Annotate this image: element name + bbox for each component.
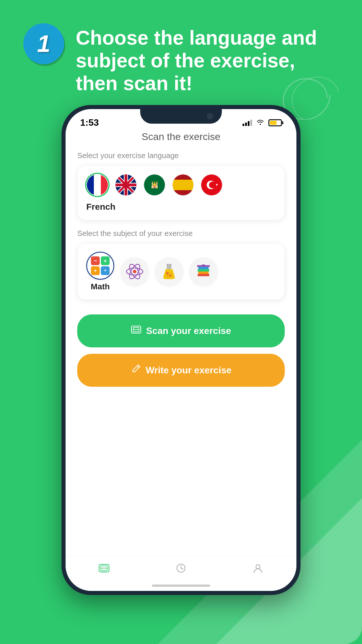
subject-circle-chemistry [155,258,183,286]
subject-row: − × + ÷ Math [86,252,276,291]
nav-item-scan[interactable] [99,563,110,576]
physics-icon [126,263,143,280]
scan-button[interactable]: Scan your exercise [77,314,285,347]
literature-icon [195,263,212,280]
language-section-label: Select your exercise language [77,151,285,160]
nav-item-profile[interactable] [252,563,263,576]
write-button[interactable]: Write your exercise [77,354,285,387]
app-content: Scan the exercise Select your exercise l… [66,131,296,398]
battery-icon [268,119,282,126]
scan-button-label: Scan your exercise [146,326,231,336]
svg-text:🕌: 🕌 [151,181,159,189]
nav-item-history[interactable] [175,563,187,576]
svg-point-35 [169,275,171,276]
phone-wrapper: 1:53 [61,105,301,595]
subject-circle-physics [121,258,149,286]
home-indicator [152,584,210,587]
write-icon [131,364,141,377]
flag-row: 🕌 [86,174,276,196]
svg-text:÷: ÷ [104,268,107,274]
nav-scan-icon [99,563,110,576]
flag-french[interactable] [86,174,108,196]
flag-arabic[interactable]: 🕌 [143,174,166,196]
subject-item-literature[interactable] [189,258,217,286]
camera-dot [207,113,213,120]
svg-point-31 [133,270,136,273]
phone-notch [140,109,222,124]
battery-fill [270,121,277,125]
svg-rect-40 [198,269,209,272]
svg-point-52 [256,565,260,569]
subject-circle-math: − × + ÷ [86,252,114,280]
svg-rect-12 [173,174,194,180]
flag-english[interactable] [115,174,137,196]
subject-item-physics[interactable] [121,258,149,286]
language-card: 🕌 [77,165,285,220]
step-number: 1 [37,30,50,57]
nav-history-icon [175,563,187,576]
chemistry-icon [160,263,178,280]
signal-bars [242,120,252,126]
subject-card: − × + ÷ Math [77,243,285,300]
svg-point-34 [166,272,168,274]
phone-outer: 1:53 [61,105,301,595]
selected-language-name: French [86,202,115,211]
svg-rect-39 [198,272,209,274]
math-icon: − × + ÷ [91,256,110,275]
subject-circle-literature [189,258,217,286]
subject-item-chemistry[interactable] [155,258,183,286]
subject-name-math: Math [91,282,110,291]
step-section: 1 Choose the language and subject of the… [23,23,339,95]
status-time: 1:53 [80,117,99,128]
flag-spanish[interactable] [172,174,194,196]
flag-turkish[interactable] [201,174,223,196]
status-right [242,118,282,127]
svg-text:−: − [94,258,97,264]
svg-rect-13 [173,180,194,190]
write-button-label: Write your exercise [146,365,232,376]
subject-item-math[interactable]: − × + ÷ Math [86,252,114,291]
svg-text:+: + [94,268,97,274]
screen-title: Scan the exercise [77,131,285,142]
phone-screen: 1:53 [66,109,296,591]
wifi-icon [256,118,264,127]
svg-rect-41 [198,267,209,269]
step-badge: 1 [23,23,64,64]
svg-rect-14 [173,190,194,195]
svg-text:×: × [104,258,107,264]
subject-section-label: Select the subject of your exercise [77,229,285,238]
action-buttons: Scan your exercise Write your exercise [77,312,285,398]
step-title: Choose the language and subject of the e… [76,23,339,95]
svg-point-17 [209,182,216,188]
svg-line-47 [137,366,139,368]
nav-profile-icon [252,563,263,576]
scan-icon [131,324,141,337]
svg-rect-38 [198,274,209,276]
